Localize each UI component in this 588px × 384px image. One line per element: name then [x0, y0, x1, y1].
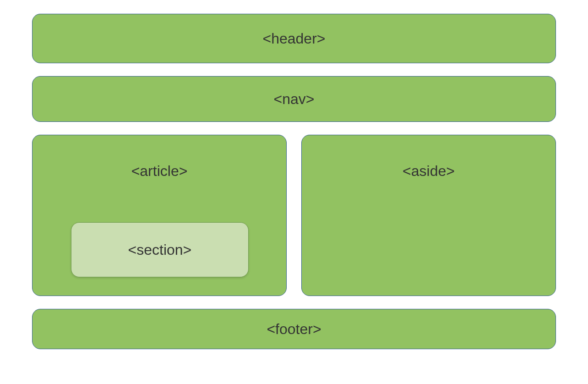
aside-box: <aside> — [301, 135, 556, 296]
middle-row: <article> <section> <aside> — [32, 135, 556, 296]
header-box: <header> — [32, 14, 556, 63]
section-label: <section> — [128, 241, 192, 258]
footer-label: <footer> — [267, 321, 321, 338]
nav-box: <nav> — [32, 76, 556, 122]
article-box: <article> <section> — [32, 135, 287, 296]
aside-label: <aside> — [403, 163, 455, 180]
footer-box: <footer> — [32, 309, 556, 349]
nav-label: <nav> — [274, 91, 315, 108]
layout-diagram: <header> <nav> <article> <section> <asid… — [32, 14, 556, 349]
section-box: <section> — [71, 222, 249, 277]
header-label: <header> — [262, 30, 325, 47]
article-label: <article> — [131, 163, 188, 180]
